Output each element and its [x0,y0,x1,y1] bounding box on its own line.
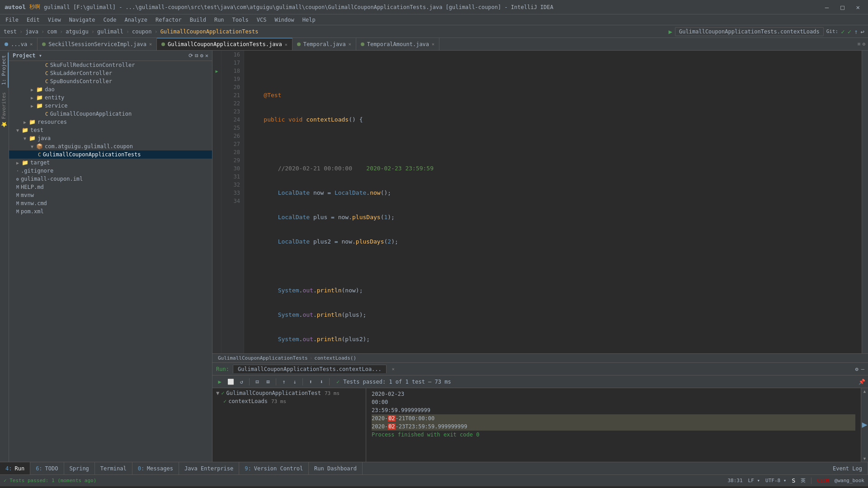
sidebar-settings-icon[interactable]: ⚙ [200,52,203,59]
git-commit-icon[interactable]: ↑ [854,28,858,35]
menu-analyze[interactable]: Analyze [121,16,151,24]
menu-file[interactable]: File [2,16,22,24]
breadcrumb-java[interactable]: java [25,28,38,35]
tab-list-button[interactable]: ≡ [858,41,861,47]
tree-item-java[interactable]: ▼ 📁 java [9,134,212,142]
tab-seckill[interactable]: SeckillSessionServiceImpl.java ✕ [38,38,157,50]
tab-close-1[interactable]: ✕ [30,42,33,47]
tree-item-help[interactable]: M HELP.md [9,183,212,191]
cursor-position[interactable]: 38:31 [727,478,742,483]
tab-1[interactable]: ...va ✕ [0,38,38,50]
sidebar-collapse-icon[interactable]: ⊟ [195,52,198,59]
bottom-tab-java-enterprise[interactable]: Java Enterprise [179,462,239,474]
git-revert-icon[interactable]: ↩ [861,28,864,35]
tab-close-seckill[interactable]: ✕ [149,42,152,47]
sidebar-sync-icon[interactable]: ⟳ [189,52,193,59]
breadcrumb-atguigu[interactable]: atguigu [66,28,89,35]
run-tree-test[interactable]: ✓ contextLoads 73 ms [212,397,366,405]
run-export-button[interactable]: ↑ [279,377,288,386]
tree-item-mvnw-cmd[interactable]: M mvnw.cmd [9,199,212,207]
tab-temporal-amount[interactable]: TemporalAmount.java ✕ [356,38,439,50]
run-output[interactable]: 2020-02-23 00:00 23:59:59.999999999 2020… [366,388,861,462]
menu-refactor[interactable]: Refactor [152,16,185,24]
menu-help[interactable]: Help [299,16,319,24]
menu-edit[interactable]: Edit [23,16,43,24]
bottom-tab-terminal[interactable]: Terminal [95,462,132,474]
run-stop-button[interactable]: ⬜ [226,377,235,386]
tree-item-dao[interactable]: ▶ 📁 dao [9,85,212,94]
tab-gulimall-tests[interactable]: GulimallCouponApplicationTests.java ✕ [157,38,292,50]
run-next-button[interactable]: ⬇ [317,377,326,386]
run-prev-button[interactable]: ⬆ [306,377,315,386]
bottom-tab-version-control[interactable]: 9: Version Control [239,462,309,474]
tree-item-service[interactable]: ▶ 📁 service [9,102,212,110]
git-merge-icon[interactable]: ✓ [848,28,851,35]
run-action-button[interactable]: ▶ [862,419,867,430]
tree-item-test[interactable]: ▼ 📁 test [9,126,212,134]
sidebar-close-icon[interactable]: ✕ [205,52,208,59]
run-tab-close[interactable]: ✕ [392,366,395,371]
tree-item-resources[interactable]: ▶ 📁 resources [9,118,212,126]
run-gutter-arrow[interactable]: ▶ [215,69,218,74]
tree-item-pom[interactable]: M pom.xml [9,207,212,216]
run-filter-button[interactable]: ⊟ [253,377,262,386]
sougou-icon[interactable]: S [792,477,795,484]
menu-build[interactable]: Build [186,16,210,24]
tree-item-mvnw[interactable]: M mvnw [9,191,212,199]
scroll-up-icon[interactable]: ▲ [863,388,867,394]
run-tab-label[interactable]: GulimallCouponApplicationTests.contextLo… [233,365,387,373]
favorites-panel-tab[interactable]: ⭐ Favorites [0,89,9,131]
breadcrumb-class-link[interactable]: GulimallCouponApplicationTests [218,355,308,361]
tree-item-package[interactable]: ▼ 📦 com.atguigu.gulimall.coupon [9,142,212,150]
breadcrumb-coupon[interactable]: coupon [132,28,151,35]
menu-vcs[interactable]: VCS [253,16,270,24]
title-controls[interactable]: — □ ✕ [821,3,863,12]
run-resume-button[interactable]: ▶ [215,377,224,386]
tree-item-gulimall-app[interactable]: C GulimallCouponApplication [9,110,212,118]
tab-temporal[interactable]: Temporal.java ✕ [292,38,356,50]
breadcrumb-com[interactable]: com [47,28,57,35]
run-panel-minimize-icon[interactable]: — [861,366,864,372]
tree-item-tests-class[interactable]: C GulimallCouponApplicationTests [9,150,212,159]
editor[interactable]: ▶ 16 17 [212,51,868,353]
run-button[interactable]: ▶ [669,28,672,35]
tree-item-target[interactable]: ▶ 📁 target [9,159,212,167]
breadcrumb-gulimall[interactable]: gulimall [97,28,123,35]
bottom-tab-event-log[interactable]: Event Log [827,462,868,474]
menu-view[interactable]: View [44,16,65,24]
project-panel-tab[interactable]: 1: Project [0,52,9,88]
bottom-tab-run[interactable]: 4: Run [0,462,30,474]
tab-settings-button[interactable]: ⚙ [862,41,865,47]
menu-run[interactable]: Run [211,16,228,24]
menu-tools[interactable]: Tools [229,16,252,24]
breadcrumb-current-class[interactable]: GulimallCouponApplicationTests [160,28,259,35]
run-tree-suite[interactable]: ▼ ✓ GulimallCouponApplicationTest 73 ms [212,389,366,397]
tab-close-gulimall-tests[interactable]: ✕ [285,42,288,47]
run-rerun-button[interactable]: ↺ [237,377,246,386]
run-pin-button[interactable]: 📌 [859,379,865,385]
bottom-tab-spring[interactable]: Spring [64,462,95,474]
menu-navigate[interactable]: Navigate [66,16,99,24]
tree-item-entity[interactable]: ▶ 📁 entity [9,94,212,102]
menu-code[interactable]: Code [100,16,120,24]
tree-item-sku-full[interactable]: C SkuFullReductionController [9,61,212,69]
scroll-down-icon[interactable]: ▼ [863,455,867,462]
tree-item-sku-ladder[interactable]: C SkuLadderController [9,69,212,77]
line-separator[interactable]: LF ▾ [748,478,760,483]
tab-end-buttons[interactable]: ≡ ⚙ [855,38,868,50]
ime-indicator[interactable]: 英 [801,477,806,484]
run-config-selector[interactable]: GulimallCouponApplicationTests.contextLo… [675,27,824,36]
breadcrumb-test[interactable]: test [4,28,17,35]
close-button[interactable]: ✕ [853,3,863,12]
bottom-tab-todo[interactable]: 6: TODO [30,462,64,474]
breadcrumb-method-link[interactable]: contextLoads() [314,355,356,361]
file-encoding[interactable]: UTF-8 ▾ [765,478,786,483]
tab-close-temporal-amount[interactable]: ✕ [432,42,434,47]
bottom-tab-run-dashboard[interactable]: Run Dashboard [309,462,363,474]
tab-close-temporal[interactable]: ✕ [349,42,351,47]
run-import-button[interactable]: ↓ [290,377,299,386]
menu-window[interactable]: Window [271,16,297,24]
tree-item-iml[interactable]: ⚙ gulimall-coupon.iml [9,175,212,183]
tree-item-gitignore[interactable]: · .gitignore [9,167,212,175]
run-sort-button[interactable]: ⊞ [264,377,273,386]
